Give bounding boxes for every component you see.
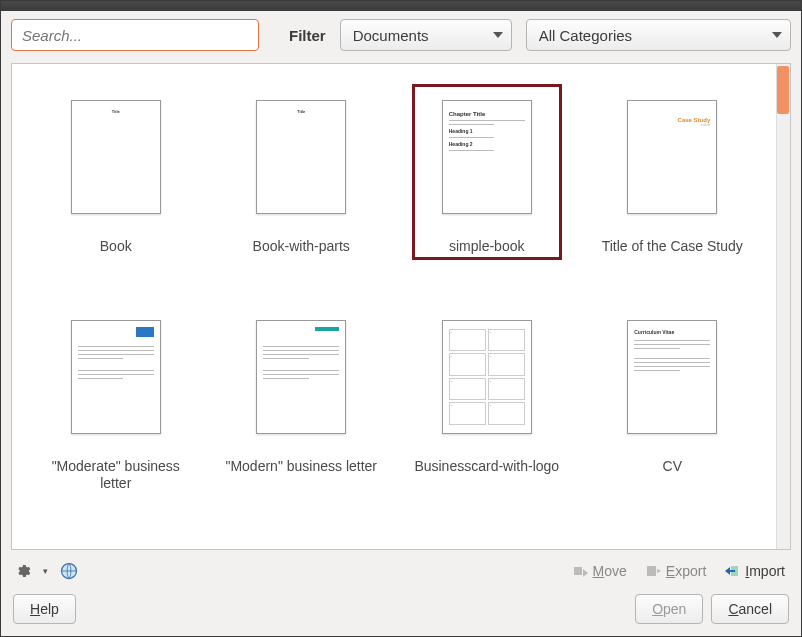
filter-bar: Filter Documents All Categories [1, 11, 801, 59]
template-thumbnail [256, 320, 346, 434]
cancel-button[interactable]: Cancel [711, 594, 789, 624]
template-label: Businesscard-with-logo [414, 458, 559, 476]
window-titlebar [1, 1, 801, 11]
import-button[interactable]: Import [720, 561, 789, 581]
import-icon [724, 563, 740, 579]
export-button: Export [641, 561, 710, 581]
template-thumbnail: aaaaaaaa [442, 320, 532, 434]
template-label: "Moderate" business letter [36, 458, 196, 493]
template-label: CV [663, 458, 682, 476]
search-input[interactable] [11, 19, 259, 51]
template-item-case-study[interactable]: Case StudysubtitleTitle of the Case Stud… [585, 84, 761, 256]
filter-category-dropdown[interactable]: All Categories [526, 19, 791, 51]
export-icon [645, 563, 661, 579]
template-item-modern-letter[interactable]: "Modern" business letter [214, 304, 390, 493]
action-bar: ▾ Move Export Import [1, 554, 801, 588]
template-label: Book [100, 238, 132, 256]
filter-type-dropdown[interactable]: Documents [340, 19, 512, 51]
open-button[interactable]: Open [635, 594, 703, 624]
settings-icon[interactable] [13, 561, 33, 581]
chevron-down-icon [772, 32, 782, 38]
template-item-cv[interactable]: Curriculum VitaeCV [585, 304, 761, 493]
template-item-simple-book[interactable]: Chapter TitleHeading 1Heading 2simple-bo… [399, 84, 575, 256]
import-label: Import [745, 563, 785, 579]
move-icon [572, 563, 588, 579]
template-thumbnail: Title [256, 100, 346, 214]
template-thumbnail: Curriculum Vitae [627, 320, 717, 434]
template-item-bcard[interactable]: aaaaaaaaBusinesscard-with-logo [399, 304, 575, 493]
filter-category-value: All Categories [539, 27, 632, 44]
move-button: Move [568, 561, 631, 581]
template-label: "Modern" business letter [225, 458, 377, 476]
template-thumbnail [71, 320, 161, 434]
online-templates-icon[interactable] [58, 560, 80, 582]
button-row: Help Open Cancel [1, 588, 801, 636]
open-label: Open [652, 601, 686, 617]
scrollbar-thumb[interactable] [777, 66, 789, 114]
filter-label: Filter [289, 27, 326, 44]
template-label: Book-with-parts [253, 238, 350, 256]
export-label: Export [666, 563, 706, 579]
help-button[interactable]: Help [13, 594, 76, 624]
cancel-label: Cancel [728, 601, 772, 617]
template-item-moderate-letter[interactable]: "Moderate" business letter [28, 304, 204, 493]
settings-caret-icon[interactable]: ▾ [43, 566, 48, 576]
template-thumbnail: Case Studysubtitle [627, 100, 717, 214]
move-label: Move [593, 563, 627, 579]
scrollbar[interactable] [776, 64, 790, 549]
selection-highlight [412, 84, 562, 260]
content-area: TitleBookTitleBook-with-partsChapter Tit… [1, 59, 801, 554]
template-item-book-with-parts[interactable]: TitleBook-with-parts [214, 84, 390, 256]
template-dialog: Filter Documents All Categories TitleBoo… [0, 0, 802, 637]
template-gallery: TitleBookTitleBook-with-partsChapter Tit… [11, 63, 791, 550]
filter-type-value: Documents [353, 27, 429, 44]
template-thumbnail: Title [71, 100, 161, 214]
template-item-book[interactable]: TitleBook [28, 84, 204, 256]
chevron-down-icon [493, 32, 503, 38]
template-label: Title of the Case Study [602, 238, 743, 256]
